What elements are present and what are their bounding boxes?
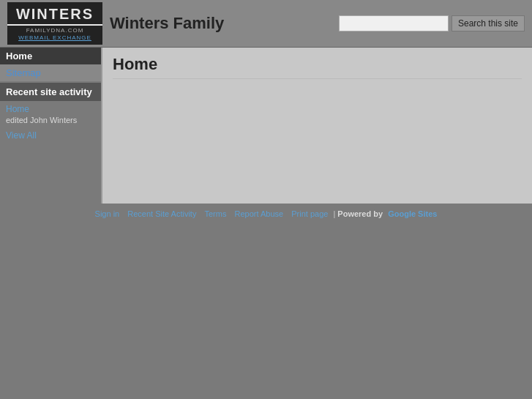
- footer: Sign in Recent Site Activity Terms Repor…: [0, 204, 532, 224]
- sidebar-activity-home-link[interactable]: Home: [0, 102, 101, 116]
- footer-report-abuse-link[interactable]: Report Abuse: [235, 209, 284, 218]
- search-area: Search this site: [339, 15, 525, 31]
- search-button[interactable]: Search this site: [452, 15, 525, 31]
- sidebar-item-home[interactable]: Home: [0, 48, 101, 64]
- header: WINTERS FAMILYDNA.COM WEBMAIL EXCHANGE W…: [0, 0, 532, 48]
- sidebar: Home Sitemap Recent site activity Home e…: [0, 48, 101, 204]
- sidebar-view-all-link[interactable]: View All: [0, 127, 101, 143]
- search-input[interactable]: [339, 15, 449, 31]
- footer-terms-link[interactable]: Terms: [204, 209, 226, 218]
- sidebar-edited-text: edited John Winters: [0, 116, 101, 127]
- sidebar-item-sitemap[interactable]: Sitemap: [0, 64, 101, 81]
- main-content: Home: [101, 48, 532, 204]
- recent-site-activity-title: Recent site activity: [0, 83, 101, 101]
- logo-sub1: FAMILYDNA.COM: [26, 27, 84, 34]
- footer-print-page-link[interactable]: Print page: [291, 209, 328, 218]
- logo-area: WINTERS FAMILYDNA.COM WEBMAIL EXCHANGE: [7, 2, 102, 45]
- footer-powered-label: Powered by: [337, 209, 383, 218]
- page-title: Home: [113, 55, 522, 79]
- footer-google-sites-link[interactable]: Google Sites: [388, 209, 437, 218]
- content-area: [113, 86, 522, 196]
- logo-sub2: WEBMAIL EXCHANGE: [18, 34, 91, 41]
- footer-sign-in-link[interactable]: Sign in: [95, 209, 120, 218]
- logo-winters: WINTERS: [7, 6, 102, 26]
- layout: Home Sitemap Recent site activity Home e…: [0, 48, 532, 204]
- footer-recent-activity-link[interactable]: Recent Site Activity: [127, 209, 196, 218]
- site-title: Winters Family: [110, 14, 339, 33]
